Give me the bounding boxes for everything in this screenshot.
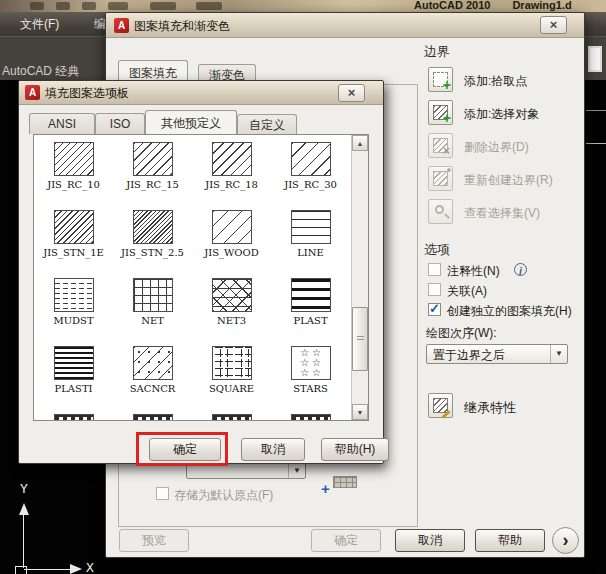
pattern-item[interactable]: JIS_RC_30 (271, 142, 350, 190)
annotation-highlight-box (136, 432, 228, 466)
ucs-x-label: X (86, 560, 94, 574)
pattern-label: NET (113, 315, 192, 326)
draw-order-dropdown[interactable]: 置于边界之后 ▼ (426, 344, 568, 364)
pattern-item[interactable]: PLAST (271, 278, 350, 326)
associative-checkbox[interactable] (428, 283, 441, 296)
scroll-up-icon[interactable]: ▲ (352, 135, 368, 151)
pattern-swatch (212, 278, 252, 312)
pattern-list-scrollbar[interactable]: ▲ ▼ (351, 135, 368, 420)
pattern-swatch (54, 142, 94, 176)
draw-order-label: 绘图次序(W): (426, 325, 497, 342)
floating-palette-fragment (588, 46, 602, 72)
help-button[interactable]: 帮助 (475, 529, 545, 552)
close-icon[interactable] (338, 84, 365, 102)
pattern-item[interactable]: JIS_STN_1E (34, 210, 113, 258)
tab-custom[interactable]: 自定义 (237, 114, 297, 135)
qat-save-icon[interactable] (82, 2, 96, 10)
scrollbar-thumb[interactable] (352, 307, 368, 371)
add-select-objects-button[interactable]: + 添加:选择对象 (428, 100, 578, 126)
pattern-item[interactable]: STARS (271, 346, 350, 394)
pattern-swatch (291, 278, 331, 312)
pattern-item[interactable]: NET (113, 278, 192, 326)
chevron-down-icon: ▼ (288, 462, 305, 478)
pattern-item[interactable]: NET3 (192, 278, 271, 326)
pattern-item[interactable]: LINE (271, 210, 350, 258)
pattern-item[interactable] (271, 414, 350, 421)
pattern-list[interactable]: JIS_RC_10 JIS_RC_15 JIS_RC_18 JIS_RC_30 … (33, 134, 369, 421)
pattern-label: SQUARE (192, 383, 271, 394)
palette-cancel-button[interactable]: 取消 (241, 438, 305, 461)
close-icon[interactable] (540, 16, 567, 34)
qat-undo-icon[interactable] (108, 2, 128, 10)
pattern-swatch (133, 414, 173, 421)
pick-points-icon[interactable]: + (428, 67, 453, 92)
inherit-properties-button[interactable]: 继承特性 (428, 393, 578, 419)
ucs-x-arrow (70, 564, 82, 574)
pattern-swatch (212, 346, 252, 380)
qat-open-icon[interactable] (56, 2, 70, 10)
add-pick-points-button[interactable]: + 添加:拾取点 (428, 67, 578, 93)
annotative-label: 注释性(N) (447, 263, 500, 280)
pattern-item[interactable] (113, 414, 192, 421)
info-icon[interactable] (514, 263, 527, 276)
pattern-label: SACNCR (113, 383, 192, 394)
ucs-x-axis (24, 569, 72, 570)
pattern-item[interactable]: MUDST (34, 278, 113, 326)
pattern-label: PLAST (271, 315, 350, 326)
origin-preview-icon: + (321, 474, 357, 494)
scroll-down-icon[interactable]: ▼ (352, 404, 368, 420)
workspace-selector[interactable]: AutoCAD 经典 (2, 63, 79, 80)
store-origin-checkbox[interactable] (156, 487, 169, 500)
options-heading: 选项 (424, 241, 450, 259)
pattern-item[interactable] (192, 414, 271, 421)
drawing-line (586, 110, 606, 111)
pattern-label: PLASTI (34, 383, 113, 394)
pattern-swatch (291, 346, 331, 380)
pattern-item[interactable]: SQUARE (192, 346, 271, 394)
pattern-item[interactable]: JIS_WOOD (192, 210, 271, 258)
pattern-swatch (212, 414, 252, 421)
pattern-item[interactable]: PLASTI (34, 346, 113, 394)
pattern-item[interactable]: JIS_RC_10 (34, 142, 113, 190)
pattern-swatch (133, 278, 173, 312)
recreate-boundary-icon: * (428, 166, 453, 191)
independent-hatch-checkbox[interactable] (428, 303, 441, 316)
pattern-swatch (291, 142, 331, 176)
pattern-item[interactable] (34, 414, 113, 421)
annotative-checkbox[interactable] (428, 263, 441, 276)
cancel-button[interactable]: 取消 (395, 529, 465, 552)
menu-file[interactable]: 文件(F) (20, 16, 59, 33)
ucs-origin-box (15, 566, 27, 574)
qat-menu-icon[interactable] (196, 2, 222, 10)
pattern-item[interactable]: JIS_RC_15 (113, 142, 192, 190)
palette-help-button[interactable]: 帮助(H) (321, 438, 389, 461)
ucs-y-label: Y (20, 481, 28, 496)
delete-boundary-icon: × (428, 133, 453, 158)
pattern-item[interactable]: JIS_STN_2.5 (113, 210, 192, 258)
delete-boundary-button[interactable]: × 删除边界(D) (428, 133, 578, 159)
preview-button[interactable]: 预览 (119, 529, 189, 552)
pattern-swatch (54, 278, 94, 312)
qat-plot-icon[interactable] (150, 2, 176, 10)
palette-dialog-titlebar[interactable]: A 填充图案选项板 (19, 81, 383, 105)
pattern-label: MUDST (34, 315, 113, 326)
autocad-app-icon: A (25, 85, 40, 100)
recreate-boundary-button[interactable]: * 重新创建边界(R) (428, 166, 578, 192)
pattern-label: JIS_WOOD (192, 247, 271, 258)
inherit-properties-icon[interactable] (428, 393, 453, 418)
pattern-label: STARS (271, 383, 350, 394)
pattern-item[interactable]: JIS_RC_18 (192, 142, 271, 190)
pattern-palette-dialog: A 填充图案选项板 ANSI ISO 其他预定义 自定义 JIS_RC_10 J… (18, 80, 384, 464)
doc-title: Drawing1.d (512, 0, 571, 11)
view-selections-button[interactable]: 查看选择集(V) (428, 199, 578, 225)
qat-new-icon[interactable] (30, 2, 44, 10)
more-options-chevron-button[interactable] (552, 527, 579, 554)
select-objects-icon[interactable]: + (428, 100, 453, 125)
tab-other-predefined[interactable]: 其他预定义 (145, 110, 237, 134)
tab-ansi[interactable]: ANSI (29, 113, 95, 134)
pattern-item[interactable]: SACNCR (113, 346, 192, 394)
hatch-dialog-title: 图案填充和渐变色 (134, 18, 230, 35)
ok-button[interactable]: 确定 (311, 529, 381, 552)
tab-iso[interactable]: ISO (95, 113, 145, 134)
hatch-dialog-titlebar[interactable]: A 图案填充和渐变色 (106, 13, 584, 38)
